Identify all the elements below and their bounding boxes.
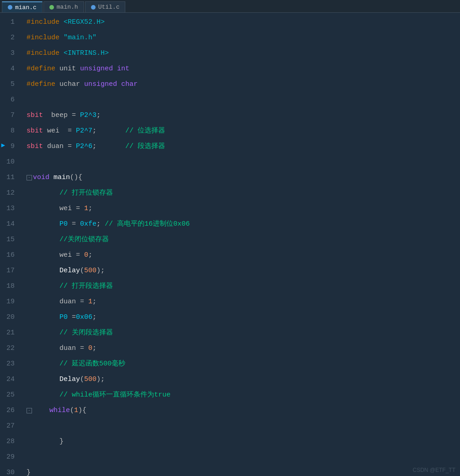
code-line-11: -void main(){	[27, 170, 460, 185]
ln-25: 25	[0, 387, 19, 403]
code-line-16: wei = 0;	[27, 248, 460, 263]
ln-27: 27	[0, 418, 19, 434]
code-line-5: #define uchar unsigned char	[27, 77, 460, 92]
ln-10: 10	[0, 154, 19, 170]
code-line-18: // 打开段选择器	[27, 279, 460, 294]
code-line-27	[27, 418, 460, 434]
code-line-2: #include "main.h"	[27, 30, 460, 46]
editor-area: ▶ 1 2 3 4 5 6 7 8 9 10 11 12 13 14 15 16…	[0, 13, 460, 476]
ln-5: 5	[0, 77, 19, 92]
watermark: CSDN @ETF_TT	[412, 467, 455, 473]
ln-19: 19	[0, 294, 19, 310]
ln-28: 28	[0, 434, 19, 450]
code-line-22: duan = 0;	[27, 341, 460, 356]
tab-label-util: Util.c	[98, 4, 120, 11]
ln-13: 13	[0, 201, 19, 217]
ln-11: 11	[0, 170, 19, 185]
tab-label-main: main.h	[57, 4, 78, 11]
tab-main-h[interactable]: main.h	[43, 1, 84, 12]
ln-29: 29	[0, 450, 19, 465]
code-line-26: - while(1){	[27, 403, 460, 418]
ln-30: 30	[0, 465, 19, 476]
code-line-6	[27, 92, 460, 108]
tab-util-c[interactable]: Util.c	[85, 1, 126, 12]
code-line-15: //关闭位锁存器	[27, 232, 460, 248]
code-line-25: // while循环一直循环条件为true	[27, 387, 460, 403]
arrow-indicator: ▶	[0, 138, 6, 152]
ln-21: 21	[0, 325, 19, 341]
ln-20: 20	[0, 310, 19, 325]
ln-14: 14	[0, 217, 19, 232]
line-numbers: 1 2 3 4 5 6 7 8 9 10 11 12 13 14 15 16 1…	[0, 13, 23, 476]
ln-22: 22	[0, 341, 19, 356]
ln-4: 4	[0, 61, 19, 77]
ln-23: 23	[0, 356, 19, 372]
code-line-20: P0 =0x06;	[27, 310, 460, 325]
code-line-17: Delay(500);	[27, 263, 460, 279]
code-line-8: sbit wei = P2^7; // 位选择器	[27, 123, 460, 139]
code-line-3: #include <INTRINS.H>	[27, 46, 460, 61]
ln-16: 16	[0, 248, 19, 263]
ln-6: 6	[0, 92, 19, 108]
tab-icon-util	[91, 5, 96, 10]
code-line-29	[27, 450, 460, 465]
ln-12: 12	[0, 185, 19, 201]
ln-7: 7	[0, 108, 19, 123]
code-line-30: }	[27, 465, 460, 476]
ln-24: 24	[0, 372, 19, 387]
code-line-10	[27, 154, 460, 170]
tab-icon-main	[49, 5, 54, 10]
ln-8: 8	[0, 123, 19, 139]
code-line-28: }	[27, 434, 460, 450]
ln-2: 2	[0, 30, 19, 46]
code-line-1: #include <REGX52.H>	[27, 15, 460, 30]
code-line-24: Delay(500);	[27, 372, 460, 387]
code-line-14: P0 = 0xfe; // 高电平的16进制位0x06	[27, 217, 460, 232]
collapse-marker-11[interactable]: -	[27, 175, 32, 180]
code-line-12: // 打开位锁存器	[27, 185, 460, 201]
code-content[interactable]: #include <REGX52.H> #include "main.h" #i…	[23, 13, 460, 476]
tab-bar: mian.c main.h Util.c	[0, 0, 460, 13]
code-line-19: duan = 1;	[27, 294, 460, 310]
code-line-4: #define unit unsigned int	[27, 61, 460, 77]
ln-17: 17	[0, 263, 19, 279]
code-line-7: sbit beep = P2^3;	[27, 108, 460, 123]
ln-1: 1	[0, 15, 19, 30]
ln-18: 18	[0, 279, 19, 294]
tab-mian-c[interactable]: mian.c	[2, 1, 43, 12]
code-line-9: sbit duan = P2^6; // 段选择器	[27, 139, 460, 154]
code-line-13: wei = 1;	[27, 201, 460, 217]
ln-15: 15	[0, 232, 19, 248]
code-line-21: // 关闭段选择器	[27, 325, 460, 341]
code-line-23: // 延迟函数500毫秒	[27, 356, 460, 372]
tab-label-mian: mian.c	[15, 4, 37, 11]
ln-26: 26	[0, 403, 19, 418]
ln-3: 3	[0, 46, 19, 61]
tab-icon-mian	[8, 5, 12, 10]
collapse-marker-26[interactable]: -	[27, 408, 32, 413]
